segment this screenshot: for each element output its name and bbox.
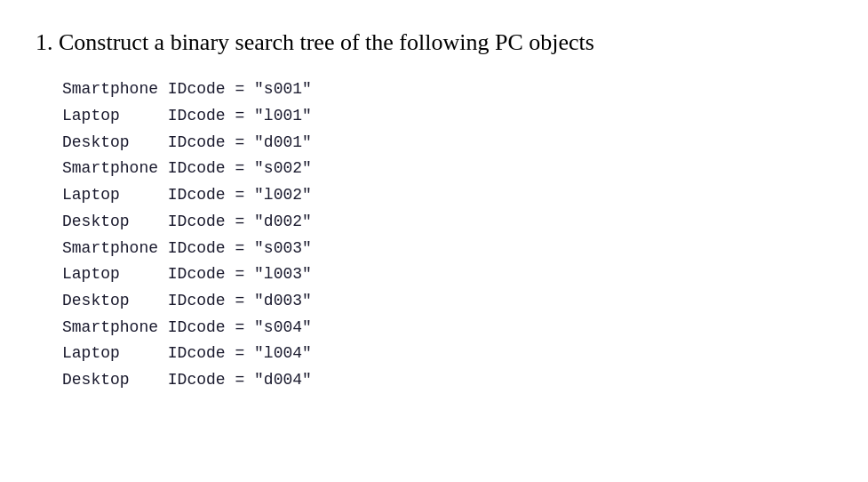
list-item: Laptop IDcode = "l004"	[62, 341, 832, 367]
list-item: Laptop IDcode = "l003"	[62, 261, 832, 288]
list-item: Laptop IDcode = "l002"	[62, 182, 832, 209]
code-block: Smartphone IDcode = "s001"Laptop IDcode …	[62, 76, 832, 393]
list-item: Laptop IDcode = "l001"	[62, 103, 832, 130]
list-item: Smartphone IDcode = "s002"	[62, 156, 832, 182]
list-item: Desktop IDcode = "d002"	[62, 209, 832, 236]
list-item: Smartphone IDcode = "s004"	[62, 315, 832, 341]
list-item: Smartphone IDcode = "s001"	[62, 76, 832, 103]
list-item: Desktop IDcode = "d004"	[62, 367, 832, 394]
list-item: Smartphone IDcode = "s003"	[62, 236, 832, 262]
page-heading: 1. Construct a binary search tree of the…	[36, 27, 832, 59]
list-item: Desktop IDcode = "d001"	[62, 130, 832, 157]
list-item: Desktop IDcode = "d003"	[62, 288, 832, 315]
